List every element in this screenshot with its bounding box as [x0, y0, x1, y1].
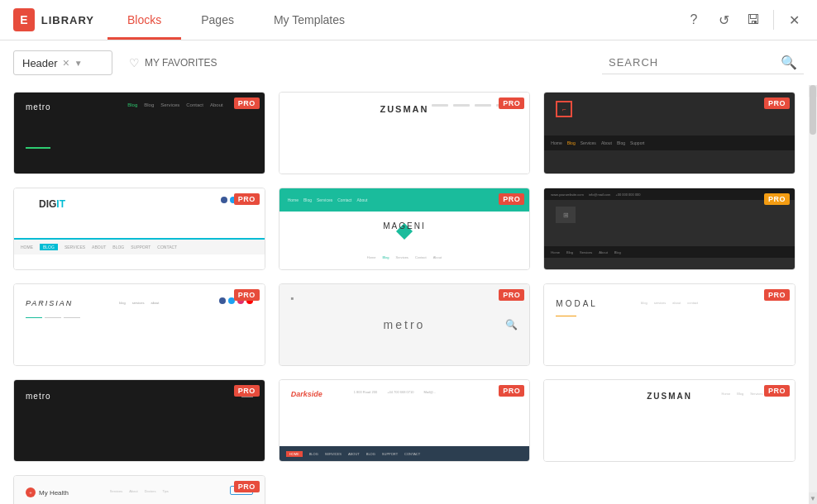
header-actions: ? ↺ 🖫 ✕: [671, 10, 817, 30]
app-title: LIBRARY: [41, 14, 94, 26]
template-card-metro-center[interactable]: ■ metro 🔍 PRO: [279, 283, 531, 366]
close-icon[interactable]: ✕: [784, 10, 804, 30]
template-card-digit[interactable]: DIGIT HOME BLOG SERVICES ABOUT: [13, 188, 265, 270]
header-divider: [773, 10, 774, 30]
template-grid-container[interactable]: metro Blog Blog Services Contact About P…: [0, 85, 809, 504]
card-preview: ■ metro 🔍: [280, 284, 530, 365]
template-card-parisian[interactable]: PARISIAN blog services about: [13, 283, 265, 366]
save-icon[interactable]: 🖫: [743, 10, 763, 30]
search-icon: 🔍: [781, 55, 797, 70]
template-card-zusman-dark[interactable]: ZUSMAN Home Blog Services About PRO: [543, 379, 796, 462]
pro-badge: PRO: [764, 97, 790, 109]
card-preview: + My Health Services About Doctors Tips …: [14, 476, 265, 504]
tab-blocks[interactable]: Blocks: [108, 0, 181, 40]
template-card-metro-dark2[interactable]: metro PRO: [13, 379, 265, 462]
template-card-dark-bracket[interactable]: ⌐ Home Blog Services About Blog Support …: [543, 92, 796, 174]
filter-dropdown[interactable]: Header × ▼: [13, 50, 112, 75]
heart-icon: ♡: [129, 56, 140, 69]
search-area: 🔍: [602, 51, 804, 74]
template-card-dark-nav2[interactable]: www.yourwebsite.com info@mail.com +00 00…: [543, 188, 796, 270]
card-preview: metro Blog Blog Services Contact About: [14, 93, 265, 174]
header: E LIBRARY Blocks Pages My Templates ? ↺ …: [0, 0, 817, 40]
help-icon[interactable]: ?: [684, 10, 704, 30]
toolbar: Header × ▼ ♡ MY FAVORITES 🔍: [0, 40, 817, 85]
card-preview: MODAL blog services about contact: [544, 284, 795, 365]
pro-badge: PRO: [764, 385, 790, 397]
tab-my-templates[interactable]: My Templates: [254, 0, 365, 40]
pro-badge: PRO: [234, 289, 260, 301]
scroll-down-button[interactable]: ▼: [809, 492, 817, 504]
filter-arrow-icon: ▼: [74, 59, 83, 68]
card-preview: Home Blog Services Contact About MAGENI …: [280, 188, 530, 269]
card-preview: DIGIT HOME BLOG SERVICES ABOUT: [14, 188, 265, 269]
card-preview: www.yourwebsite.com info@mail.com +00 00…: [544, 188, 795, 269]
pro-badge: PRO: [764, 289, 790, 301]
pro-badge: PRO: [234, 193, 260, 205]
scrollbar-thumb[interactable]: [810, 85, 816, 135]
card-preview: PARISIAN blog services about: [14, 284, 265, 365]
tab-pages[interactable]: Pages: [181, 0, 254, 40]
card-preview: Darkside 1 800 Road 200 +44 700 668 0710…: [280, 380, 530, 461]
pro-badge: PRO: [234, 481, 260, 492]
pro-badge: PRO: [499, 385, 524, 397]
template-grid: metro Blog Blog Services Contact About P…: [13, 92, 796, 504]
template-card-myhealth[interactable]: + My Health Services About Doctors Tips …: [13, 475, 265, 504]
card-preview: ZUSMAN Home Blog Services About: [544, 380, 795, 461]
pro-badge: PRO: [499, 193, 524, 205]
library-window: E LIBRARY Blocks Pages My Templates ? ↺ …: [0, 0, 817, 504]
search-input[interactable]: [609, 56, 774, 69]
pro-badge: PRO: [499, 97, 524, 109]
elementor-logo-icon: E: [13, 8, 35, 31]
card-preview: ⌐ Home Blog Services About Blog Support: [544, 93, 795, 174]
filter-clear-button[interactable]: ×: [63, 56, 69, 69]
filter-value: Header: [22, 57, 58, 69]
logo-area: E LIBRARY: [0, 8, 108, 31]
tab-bar: Blocks Pages My Templates: [108, 0, 671, 40]
template-card-modal[interactable]: MODAL blog services about contact PRO: [543, 283, 796, 366]
template-card-metro-dark[interactable]: metro Blog Blog Services Contact About P…: [13, 92, 265, 174]
card-preview: metro: [14, 380, 265, 461]
scrollbar-track: ▲ ▼: [809, 85, 817, 504]
template-card-darkside[interactable]: Darkside 1 800 Road 200 +44 700 668 0710…: [279, 379, 531, 462]
content-area: metro Blog Blog Services Contact About P…: [0, 85, 817, 504]
template-card-zusman-white[interactable]: ZUSMAN PRO: [279, 92, 531, 174]
favorites-label: MY FAVORITES: [145, 57, 217, 69]
pro-badge: PRO: [234, 385, 260, 397]
pro-badge: PRO: [499, 289, 524, 301]
favorites-button[interactable]: ♡ MY FAVORITES: [122, 51, 224, 74]
refresh-icon[interactable]: ↺: [714, 10, 733, 30]
pro-badge: PRO: [234, 97, 260, 109]
card-preview: ZUSMAN: [280, 93, 530, 174]
pro-badge: PRO: [764, 193, 790, 205]
template-card-mageni[interactable]: Home Blog Services Contact About MAGENI …: [279, 188, 531, 270]
